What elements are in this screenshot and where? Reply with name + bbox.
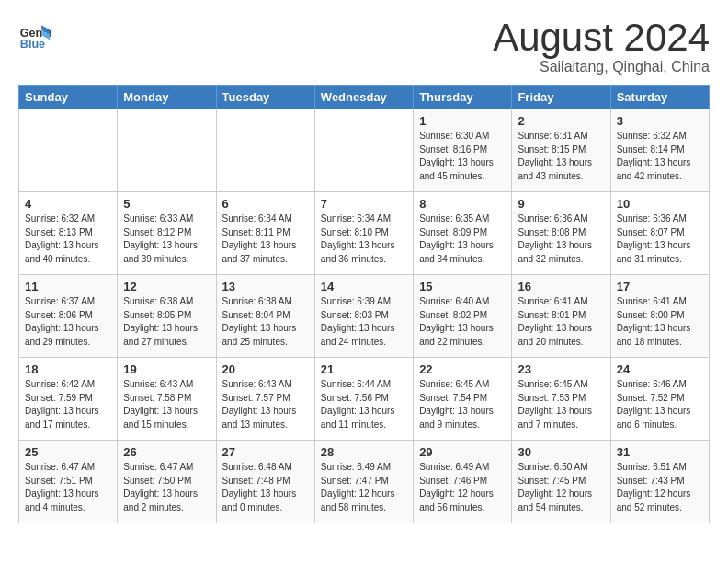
day-info: Sunrise: 6:35 AM Sunset: 8:09 PM Dayligh… xyxy=(419,213,506,266)
logo: General Blue xyxy=(18,18,51,52)
day-info: Sunrise: 6:30 AM Sunset: 8:16 PM Dayligh… xyxy=(419,130,506,183)
weekday-saturday: Saturday xyxy=(610,86,709,109)
day-number: 21 xyxy=(321,362,407,376)
day-number: 28 xyxy=(321,445,407,459)
day-cell: 13Sunrise: 6:38 AM Sunset: 8:04 PM Dayli… xyxy=(216,275,314,358)
day-cell: 9Sunrise: 6:36 AM Sunset: 8:08 PM Daylig… xyxy=(512,192,610,275)
day-number: 31 xyxy=(617,445,703,459)
day-info: Sunrise: 6:46 AM Sunset: 7:52 PM Dayligh… xyxy=(617,378,703,431)
day-info: Sunrise: 6:50 AM Sunset: 7:45 PM Dayligh… xyxy=(518,461,604,514)
day-info: Sunrise: 6:37 AM Sunset: 8:06 PM Dayligh… xyxy=(25,295,111,349)
day-number: 6 xyxy=(222,197,309,211)
day-cell: 15Sunrise: 6:40 AM Sunset: 8:02 PM Dayli… xyxy=(414,275,512,358)
day-number: 7 xyxy=(321,197,407,211)
day-cell: 17Sunrise: 6:41 AM Sunset: 8:00 PM Dayli… xyxy=(610,275,709,358)
day-cell: 7Sunrise: 6:34 AM Sunset: 8:10 PM Daylig… xyxy=(314,192,413,275)
day-number: 10 xyxy=(617,197,703,211)
day-info: Sunrise: 6:43 AM Sunset: 7:57 PM Dayligh… xyxy=(222,378,309,431)
day-cell: 29Sunrise: 6:49 AM Sunset: 7:46 PM Dayli… xyxy=(414,441,512,523)
day-number: 1 xyxy=(419,114,506,128)
day-info: Sunrise: 6:45 AM Sunset: 7:54 PM Dayligh… xyxy=(419,378,506,431)
day-cell: 18Sunrise: 6:42 AM Sunset: 7:59 PM Dayli… xyxy=(19,358,118,441)
day-cell: 22Sunrise: 6:45 AM Sunset: 7:54 PM Dayli… xyxy=(414,358,512,441)
svg-text:Blue: Blue xyxy=(20,38,45,51)
day-number: 18 xyxy=(25,362,111,376)
day-cell: 3Sunrise: 6:32 AM Sunset: 8:14 PM Daylig… xyxy=(610,109,709,192)
day-cell: 16Sunrise: 6:41 AM Sunset: 8:01 PM Dayli… xyxy=(512,275,610,358)
day-info: Sunrise: 6:31 AM Sunset: 8:15 PM Dayligh… xyxy=(518,130,604,183)
day-number: 9 xyxy=(518,197,604,211)
day-number: 29 xyxy=(419,445,506,459)
day-number: 12 xyxy=(123,280,210,293)
day-cell: 4Sunrise: 6:32 AM Sunset: 8:13 PM Daylig… xyxy=(19,192,118,275)
day-info: Sunrise: 6:45 AM Sunset: 7:53 PM Dayligh… xyxy=(518,378,604,431)
day-number: 3 xyxy=(617,114,703,128)
day-cell: 14Sunrise: 6:39 AM Sunset: 8:03 PM Dayli… xyxy=(314,275,413,358)
day-cell: 5Sunrise: 6:33 AM Sunset: 8:12 PM Daylig… xyxy=(118,192,216,275)
day-number: 27 xyxy=(222,445,309,459)
day-info: Sunrise: 6:47 AM Sunset: 7:50 PM Dayligh… xyxy=(123,461,210,514)
title-block: August 2024 Sailaitang, Qinghai, China xyxy=(493,18,710,75)
day-number: 5 xyxy=(123,197,210,211)
week-row-3: 11Sunrise: 6:37 AM Sunset: 8:06 PM Dayli… xyxy=(19,275,710,358)
day-info: Sunrise: 6:32 AM Sunset: 8:14 PM Dayligh… xyxy=(617,130,703,183)
day-cell: 30Sunrise: 6:50 AM Sunset: 7:45 PM Dayli… xyxy=(512,441,610,523)
page-header: General Blue August 2024 Sailaitang, Qin… xyxy=(18,18,710,75)
day-cell: 19Sunrise: 6:43 AM Sunset: 7:58 PM Dayli… xyxy=(118,358,216,441)
day-number: 8 xyxy=(419,197,506,211)
day-number: 19 xyxy=(123,362,210,376)
day-info: Sunrise: 6:39 AM Sunset: 8:03 PM Dayligh… xyxy=(321,295,407,349)
day-info: Sunrise: 6:36 AM Sunset: 8:08 PM Dayligh… xyxy=(518,213,604,266)
day-cell: 11Sunrise: 6:37 AM Sunset: 8:06 PM Dayli… xyxy=(19,275,118,358)
day-info: Sunrise: 6:41 AM Sunset: 8:01 PM Dayligh… xyxy=(518,295,604,349)
day-cell: 23Sunrise: 6:45 AM Sunset: 7:53 PM Dayli… xyxy=(512,358,610,441)
day-number: 16 xyxy=(518,280,604,293)
calendar-body: 1Sunrise: 6:30 AM Sunset: 8:16 PM Daylig… xyxy=(19,109,710,523)
week-row-1: 1Sunrise: 6:30 AM Sunset: 8:16 PM Daylig… xyxy=(19,109,710,192)
day-number: 20 xyxy=(222,362,309,376)
day-number: 15 xyxy=(419,280,506,293)
week-row-5: 25Sunrise: 6:47 AM Sunset: 7:51 PM Dayli… xyxy=(19,441,710,523)
day-info: Sunrise: 6:41 AM Sunset: 8:00 PM Dayligh… xyxy=(617,295,703,349)
day-info: Sunrise: 6:38 AM Sunset: 8:04 PM Dayligh… xyxy=(222,295,309,349)
day-cell: 2Sunrise: 6:31 AM Sunset: 8:15 PM Daylig… xyxy=(512,109,610,192)
day-cell xyxy=(216,109,314,192)
day-cell: 8Sunrise: 6:35 AM Sunset: 8:09 PM Daylig… xyxy=(414,192,512,275)
day-info: Sunrise: 6:40 AM Sunset: 8:02 PM Dayligh… xyxy=(419,295,506,349)
week-row-4: 18Sunrise: 6:42 AM Sunset: 7:59 PM Dayli… xyxy=(19,358,710,441)
weekday-monday: Monday xyxy=(118,86,216,109)
day-info: Sunrise: 6:36 AM Sunset: 8:07 PM Dayligh… xyxy=(617,213,703,266)
day-cell: 27Sunrise: 6:48 AM Sunset: 7:48 PM Dayli… xyxy=(216,441,314,523)
day-cell xyxy=(314,109,413,192)
day-number: 13 xyxy=(222,280,309,293)
month-title: August 2024 xyxy=(493,18,710,57)
weekday-wednesday: Wednesday xyxy=(314,86,413,109)
day-number: 26 xyxy=(123,445,210,459)
day-cell: 21Sunrise: 6:44 AM Sunset: 7:56 PM Dayli… xyxy=(314,358,413,441)
day-info: Sunrise: 6:44 AM Sunset: 7:56 PM Dayligh… xyxy=(321,378,407,431)
day-info: Sunrise: 6:38 AM Sunset: 8:05 PM Dayligh… xyxy=(123,295,210,349)
day-info: Sunrise: 6:34 AM Sunset: 8:11 PM Dayligh… xyxy=(222,213,309,266)
weekday-thursday: Thursday xyxy=(414,86,512,109)
day-number: 25 xyxy=(25,445,111,459)
weekday-friday: Friday xyxy=(512,86,610,109)
day-info: Sunrise: 6:47 AM Sunset: 7:51 PM Dayligh… xyxy=(25,461,111,514)
day-info: Sunrise: 6:49 AM Sunset: 7:47 PM Dayligh… xyxy=(321,461,407,514)
day-info: Sunrise: 6:33 AM Sunset: 8:12 PM Dayligh… xyxy=(123,213,210,266)
day-number: 2 xyxy=(518,114,604,128)
day-info: Sunrise: 6:48 AM Sunset: 7:48 PM Dayligh… xyxy=(222,461,309,514)
day-info: Sunrise: 6:32 AM Sunset: 8:13 PM Dayligh… xyxy=(25,213,111,266)
day-number: 14 xyxy=(321,280,407,293)
day-info: Sunrise: 6:42 AM Sunset: 7:59 PM Dayligh… xyxy=(25,378,111,431)
day-cell: 6Sunrise: 6:34 AM Sunset: 8:11 PM Daylig… xyxy=(216,192,314,275)
day-cell: 12Sunrise: 6:38 AM Sunset: 8:05 PM Dayli… xyxy=(118,275,216,358)
day-cell: 10Sunrise: 6:36 AM Sunset: 8:07 PM Dayli… xyxy=(610,192,709,275)
day-number: 11 xyxy=(25,280,111,293)
day-cell xyxy=(118,109,216,192)
week-row-2: 4Sunrise: 6:32 AM Sunset: 8:13 PM Daylig… xyxy=(19,192,710,275)
day-cell xyxy=(19,109,118,192)
day-number: 23 xyxy=(518,362,604,376)
day-number: 17 xyxy=(617,280,703,293)
day-info: Sunrise: 6:34 AM Sunset: 8:10 PM Dayligh… xyxy=(321,213,407,266)
location-subtitle: Sailaitang, Qinghai, China xyxy=(493,59,710,75)
